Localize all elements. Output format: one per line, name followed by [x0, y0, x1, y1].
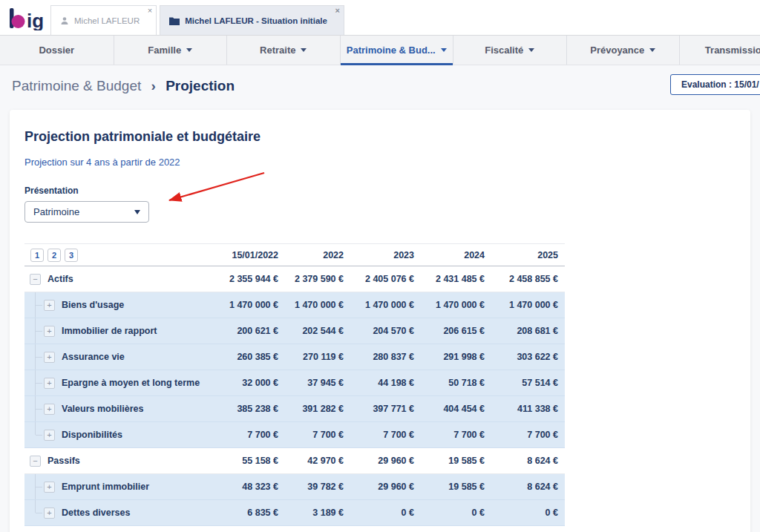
breadcrumb-separator: ›	[151, 78, 156, 93]
table-value: 3 189 €	[281, 508, 346, 518]
table-value: 200 621 €	[212, 326, 281, 336]
table-value: 204 570 €	[346, 326, 416, 336]
table-row: + Dettes diverses 6 835 €3 189 €0 €0 €0 …	[24, 500, 565, 526]
row-label-cell: + Immobilier de rapport	[24, 318, 212, 344]
table-value: 57 514 €	[487, 378, 560, 388]
table-value: 291 998 €	[416, 352, 487, 362]
nav-item-label: Fiscalité	[485, 45, 523, 56]
nav-item-label: Retraite	[260, 45, 295, 56]
table-value: 7 700 €	[416, 430, 487, 440]
nav-item[interactable]: Dossier	[0, 36, 114, 65]
table-value: 42 970 €	[281, 456, 346, 466]
table-value: 8 624 €	[487, 482, 560, 492]
table-row: + Emprunt immobilier 48 323 €39 782 €29 …	[24, 474, 565, 500]
evaluation-date-button[interactable]: Evaluation : 15/01/	[670, 74, 760, 95]
depth-level-button[interactable]: 2	[48, 249, 61, 262]
presentation-dropdown[interactable]: Patrimoine	[24, 201, 149, 223]
table-value: 270 119 €	[281, 352, 346, 362]
expand-collapse-icon[interactable]: +	[44, 482, 55, 493]
depth-level-button[interactable]: 3	[65, 249, 78, 262]
expand-collapse-icon[interactable]: −	[30, 456, 41, 467]
depth-level-button[interactable]: 1	[30, 249, 44, 262]
expand-collapse-icon[interactable]: +	[44, 404, 55, 415]
svg-text:ig: ig	[27, 10, 43, 30]
row-label: Immobilier de rapport	[62, 326, 157, 336]
column-header: 15/01/2022	[212, 250, 281, 260]
row-label-cell: + Biens d'usage	[24, 292, 212, 318]
tab-bar: ig Michel LAFLEUR × Michel LAFLEUR - Sit…	[0, 0, 760, 36]
row-label-cell: + Epargne à moyen et long terme	[24, 370, 212, 395]
column-header: 2025	[487, 250, 560, 260]
folder-icon	[169, 16, 180, 25]
table-row: Actif net 2 300 785 €2 336 620 €2 375 11…	[24, 526, 565, 532]
nav-item[interactable]: Fiscalité	[453, 36, 566, 65]
nav-item[interactable]: Transmission	[679, 36, 760, 65]
nav-item[interactable]: Prévoyance	[566, 36, 680, 65]
table-value: 1 470 000 €	[212, 300, 281, 310]
chevron-down-icon	[186, 48, 192, 55]
close-icon[interactable]: ×	[148, 7, 152, 15]
tree-connector	[35, 396, 44, 421]
tab-michel-lafleur[interactable]: Michel LAFLEUR ×	[50, 5, 157, 35]
table-row: + Epargne à moyen et long terme 32 000 €…	[24, 370, 565, 396]
expand-collapse-icon[interactable]: +	[44, 300, 55, 311]
breadcrumb-page: Projection	[166, 78, 235, 93]
table-value: 7 700 €	[346, 430, 416, 440]
expand-collapse-icon[interactable]: +	[44, 326, 55, 337]
app-window: ig Michel LAFLEUR × Michel LAFLEUR - Sit…	[0, 0, 760, 532]
table-row: − Passifs 55 158 €42 970 €29 960 €19 585…	[24, 448, 565, 474]
table-row: + Biens d'usage 1 470 000 €1 470 000 €1 …	[24, 292, 565, 318]
table-value: 397 771 €	[346, 404, 416, 414]
expand-collapse-icon[interactable]: −	[30, 274, 41, 285]
row-label: Passifs	[48, 456, 80, 466]
column-header: 2024	[416, 250, 487, 260]
expand-collapse-icon[interactable]: +	[44, 508, 55, 519]
table-value: 44 198 €	[346, 378, 416, 388]
table-value: 7 700 €	[281, 430, 346, 440]
navbar: Dossier Famille Retraite Patrimoine & Bu…	[0, 36, 760, 65]
nav-item[interactable]: Retraite	[226, 36, 340, 65]
presentation-dropdown-value: Patrimoine	[33, 206, 79, 217]
row-label: Dettes diverses	[62, 508, 130, 518]
row-label-cell: + Dettes diverses	[24, 500, 212, 525]
chevron-down-icon	[649, 48, 655, 55]
row-label-cell: + Valeurs mobilières	[24, 396, 212, 421]
table-value: 208 681 €	[487, 326, 560, 336]
table-value: 50 718 €	[416, 378, 487, 388]
projection-period-link[interactable]: Projection sur 4 ans à partir de 2022	[24, 157, 736, 168]
table-value: 303 622 €	[487, 352, 560, 362]
table-value: 260 385 €	[212, 352, 281, 362]
table-value: 202 544 €	[281, 326, 346, 336]
table-value: 0 €	[487, 508, 560, 518]
tree-connector	[35, 474, 44, 499]
breadcrumb-section: Patrimoine & Budget	[12, 78, 141, 93]
table-value: 411 338 €	[487, 404, 560, 414]
expand-collapse-icon[interactable]: +	[44, 430, 55, 441]
table-value: 385 238 €	[212, 404, 281, 414]
table-row: − Actifs 2 355 944 €2 379 590 €2 405 076…	[24, 266, 565, 292]
row-label-cell: Actif net	[24, 526, 212, 532]
expand-collapse-icon[interactable]: +	[44, 352, 55, 363]
row-label-cell: + Emprunt immobilier	[24, 474, 212, 499]
table-value: 7 700 €	[487, 430, 560, 440]
row-label-cell: − Actifs	[24, 266, 212, 292]
level-buttons: 123	[24, 249, 212, 262]
table-row: + Disponibilités 7 700 €7 700 €7 700 €7 …	[24, 422, 565, 448]
table-value: 29 960 €	[346, 456, 416, 466]
chevron-down-icon	[301, 48, 307, 55]
nav-item[interactable]: Patrimoine & Bud...	[340, 36, 453, 65]
page-title: Projection patrimoniale et budgétaire	[24, 129, 736, 145]
nav-item-label: Dossier	[39, 45, 74, 56]
nav-item[interactable]: Famille	[114, 36, 227, 65]
row-label: Actifs	[48, 274, 73, 284]
close-icon[interactable]: ×	[335, 7, 339, 15]
table-value: 32 000 €	[212, 378, 281, 388]
table-value: 1 470 000 €	[416, 300, 487, 310]
projection-table: 123 15/01/20222022202320242025 − Actifs …	[24, 243, 565, 532]
table-value: 19 585 €	[416, 482, 487, 492]
table-value: 2 458 855 €	[487, 274, 560, 284]
chevron-down-icon	[441, 48, 447, 55]
table-body: − Actifs 2 355 944 €2 379 590 €2 405 076…	[24, 266, 565, 532]
tab-situation-initiale[interactable]: Michel LAFLEUR - Situation initiale ×	[160, 5, 344, 35]
expand-collapse-icon[interactable]: +	[44, 378, 55, 389]
